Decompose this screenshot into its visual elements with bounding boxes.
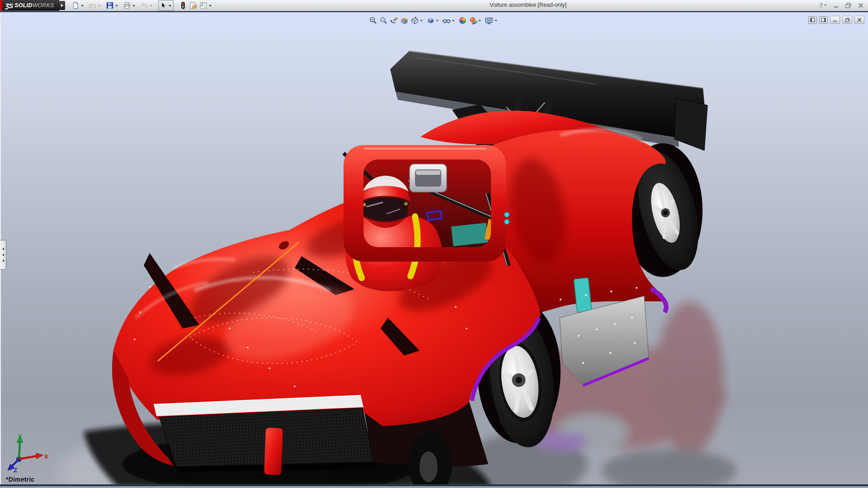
- new-document-icon: [71, 1, 80, 9]
- zoom-to-fit-icon: [369, 16, 377, 25]
- minimize-button[interactable]: [834, 3, 839, 8]
- restore-button[interactable]: [845, 3, 851, 8]
- select-tool-button[interactable]: [158, 0, 174, 11]
- view-settings-caret[interactable]: [478, 20, 481, 22]
- brand-solid: SOLID: [14, 2, 32, 9]
- minimize-icon: [834, 3, 839, 8]
- doc-close-icon: [857, 18, 862, 22]
- view-orientation-caret[interactable]: [420, 20, 423, 22]
- collapse-arrow-icon: [2, 248, 4, 250]
- select-cursor-icon: [159, 1, 167, 9]
- file-properties-icon: [189, 1, 198, 9]
- hide-show-items-icon: [442, 16, 451, 25]
- triad-y-label: Y: [18, 433, 22, 440]
- title-bar: ƷS SOLIDWORKS: [0, 0, 868, 11]
- solidworks-window: { "titlebar": { "logo": { "glyph": "ƷS",…: [0, 0, 868, 488]
- cyan-light-1: [505, 212, 509, 217]
- splitter-post: [264, 427, 283, 475]
- help-button[interactable]: ?: [820, 2, 827, 9]
- undo-arrow-icon: [140, 1, 148, 9]
- show-left-pane-button[interactable]: [808, 16, 817, 24]
- side-window-teal[interactable]: [574, 278, 592, 313]
- select-dropdown-caret[interactable]: [169, 5, 171, 7]
- document-title: Voiture assomblee [Read-only]: [490, 2, 566, 8]
- options-dropdown-caret[interactable]: [209, 5, 212, 7]
- hide-show-items-button[interactable]: [442, 16, 457, 25]
- show-right-pane-button[interactable]: [819, 16, 828, 24]
- previous-view-button[interactable]: [390, 16, 398, 25]
- print-button[interactable]: [123, 0, 138, 10]
- cyan-light-2: [505, 220, 509, 225]
- zoom-to-area-icon: [379, 16, 388, 25]
- zoom-to-area-button[interactable]: [379, 16, 388, 25]
- new-dropdown-caret[interactable]: [81, 5, 84, 7]
- window-controls: ?: [820, 0, 864, 11]
- screen-capture-button[interactable]: [485, 16, 499, 25]
- close-icon: [858, 3, 863, 8]
- right-pane-icon: [821, 18, 826, 22]
- options-checklist-icon: [199, 1, 208, 9]
- section-view-button[interactable]: [400, 16, 409, 25]
- section-view-icon: [400, 16, 409, 25]
- apply-scene-button[interactable]: [458, 16, 467, 25]
- collapse-arrow-icon: [2, 259, 4, 262]
- triad-x-label: X: [44, 453, 48, 460]
- close-button[interactable]: [858, 3, 863, 8]
- printer-icon: [123, 1, 131, 9]
- display-style-caret[interactable]: [436, 20, 439, 22]
- new-document-button[interactable]: [71, 0, 87, 10]
- brand-works: WORKS: [32, 2, 54, 9]
- zoom-to-fit-button[interactable]: [369, 16, 377, 25]
- logo-3s-glyph: ƷS: [5, 2, 13, 9]
- race-car-model[interactable]: [0, 12, 868, 486]
- undo-dropdown-caret[interactable]: [150, 5, 152, 7]
- solidworks-logo: ƷS SOLIDWORKS: [2, 0, 59, 11]
- screen-capture-caret[interactable]: [495, 20, 497, 22]
- collapse-arrow-icon: [2, 253, 4, 256]
- seat-teal: [451, 223, 488, 246]
- rebuild-button[interactable]: [179, 0, 187, 10]
- view-settings-button[interactable]: [469, 16, 483, 25]
- viewport-bottom-border: [0, 484, 868, 486]
- doc-minimize-icon: [833, 18, 837, 22]
- undo-button[interactable]: [140, 0, 156, 10]
- flyout-arrow-icon: [61, 4, 63, 7]
- menu-flyout-button[interactable]: [59, 1, 65, 10]
- reference-triad: Y X Z: [5, 433, 50, 474]
- previous-view-icon: [390, 16, 398, 25]
- print-dropdown-caret[interactable]: [132, 5, 135, 7]
- save-button[interactable]: [106, 0, 121, 10]
- doc-minimize-button[interactable]: [830, 16, 840, 24]
- open-dropdown-caret[interactable]: [98, 5, 101, 7]
- left-pane-icon: [810, 18, 815, 22]
- view-orientation-label: *Dimetric: [6, 476, 34, 483]
- graphics-viewport[interactable]: Y X Z *Dimetric: [0, 11, 868, 486]
- open-folder-icon: [89, 1, 97, 9]
- view-orientation-button[interactable]: [410, 16, 425, 25]
- feature-manager-collapsed-tab[interactable]: [0, 240, 6, 270]
- view-settings-icon: [469, 16, 477, 25]
- display-style-button[interactable]: [426, 16, 440, 25]
- helmet-visor: [362, 197, 410, 222]
- restore-icon: [845, 3, 851, 8]
- save-floppy-icon: [106, 1, 114, 9]
- rear-view-mirror[interactable]: [410, 164, 447, 192]
- apply-scene-icon: [458, 16, 467, 25]
- traffic-light-icon: [179, 1, 187, 9]
- standard-toolbar: [71, 0, 217, 11]
- screen-capture-icon: [485, 16, 494, 25]
- heads-up-view-toolbar: [368, 16, 500, 25]
- display-style-icon: [426, 16, 435, 25]
- document-window-controls: [808, 16, 864, 24]
- file-properties-button[interactable]: [189, 0, 198, 10]
- doc-close-button[interactable]: [854, 16, 864, 24]
- hide-show-items-caret[interactable]: [452, 20, 455, 22]
- options-button[interactable]: [199, 0, 215, 10]
- doc-restore-button[interactable]: [842, 16, 852, 24]
- view-orientation-icon: [410, 16, 419, 25]
- doc-restore-icon: [845, 18, 850, 22]
- triad-z-label: Z: [14, 467, 17, 474]
- save-dropdown-caret[interactable]: [115, 5, 118, 7]
- help-dropdown-caret: [824, 5, 827, 6]
- open-button[interactable]: [89, 0, 104, 10]
